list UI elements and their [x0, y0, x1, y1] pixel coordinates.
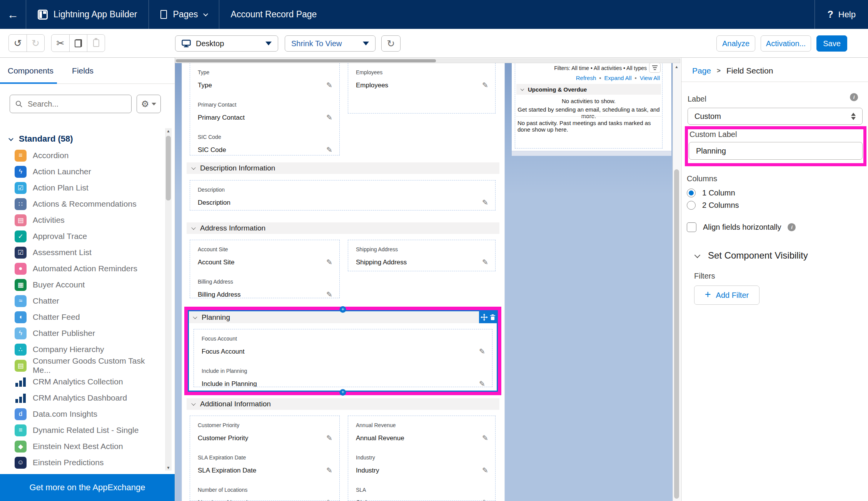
component-list-scrollbar[interactable]: ▲ ▼ [165, 128, 172, 471]
component-item-actions-recommendations[interactable]: ∷Actions & Recommendations [0, 196, 163, 212]
edit-pencil-icon[interactable]: ✎ [482, 258, 488, 267]
component-item-dynamic-related-list-single[interactable]: ≡Dynamic Related List - Single [0, 422, 163, 438]
undo-button[interactable]: ↺ [9, 35, 27, 52]
component-item-crm-analytics-dashboard[interactable]: CRM Analytics Dashboard [0, 390, 163, 406]
component-item-buyer-account[interactable]: ▦Buyer Account [0, 277, 163, 293]
component-item-company-hierarchy[interactable]: ∴Company Hierarchy [0, 341, 163, 357]
component-item-crm-analytics-collection[interactable]: CRM Analytics Collection [0, 374, 163, 390]
custom-label-input[interactable]: Planning [689, 142, 863, 160]
edit-pencil-icon[interactable]: ✎ [479, 347, 485, 356]
standard-section-header[interactable]: Standard (58) [9, 134, 73, 144]
canvas-vertical-scrollbar[interactable]: ▲ [673, 63, 680, 501]
cut-button[interactable]: ✂ [52, 35, 69, 52]
tab-fields[interactable]: Fields [72, 66, 93, 75]
action-plan-list-icon: ☑ [15, 182, 27, 194]
component-item-assessment-list[interactable]: ☑Assessment List [0, 244, 163, 261]
search-input[interactable]: Search... [10, 95, 132, 113]
tab-components[interactable]: Components [8, 66, 53, 75]
section-header-address[interactable]: Address Information [187, 222, 499, 234]
component-item-chatter-publisher[interactable]: ϟChatter Publisher [0, 325, 163, 341]
edit-pencil-icon[interactable]: ✎ [326, 434, 332, 443]
component-item-accordion[interactable]: ≡Accordion [0, 147, 163, 164]
field-row: Type Type ✎ [190, 63, 339, 95]
component-item-activities[interactable]: ▤Activities [0, 212, 163, 228]
activation-button[interactable]: Activation... [761, 35, 811, 52]
component-item-action-plan-list[interactable]: ☑Action Plan List [0, 180, 163, 196]
radio-2-columns[interactable]: 2 Columns [687, 201, 739, 210]
edit-pencil-icon[interactable]: ✎ [326, 145, 332, 154]
save-button[interactable]: Save [816, 35, 847, 52]
pages-menu[interactable]: Pages [149, 0, 219, 29]
field-row: Primary Contact Primary Contact ✎ [190, 95, 339, 128]
app-title-label: Lightning App Builder [53, 9, 137, 20]
upcoming-overdue-header[interactable]: Upcoming & Overdue [516, 84, 661, 95]
edit-pencil-icon[interactable]: ✎ [326, 113, 332, 122]
component-label: Approval Trace [33, 232, 87, 241]
edit-pencil-icon[interactable]: ✎ [326, 81, 332, 90]
scrollbar-thumb[interactable] [176, 59, 436, 62]
component-visibility-header[interactable]: Set Component Visibility [695, 250, 808, 261]
copy-button[interactable] [69, 35, 87, 52]
edit-pencil-icon[interactable]: ✎ [326, 258, 332, 267]
radio-1-column[interactable]: 1 Column [687, 189, 735, 197]
canvas-horizontal-scrollbar[interactable] [175, 58, 680, 63]
insert-point-bottom[interactable]: + [340, 389, 346, 396]
breadcrumb-page-link[interactable]: Page [692, 66, 711, 75]
refresh-link[interactable]: Refresh [576, 75, 596, 81]
component-item-chatter-feed[interactable]: ◖Chatter Feed [0, 309, 163, 325]
field-label: Type [198, 69, 332, 75]
insert-point-top[interactable]: + [340, 306, 346, 313]
component-item-data-com-insights[interactable]: dData.com Insights [0, 406, 163, 422]
record-detail-component[interactable]: Type Type ✎ Primary Contact Primary Cont… [182, 63, 505, 501]
edit-pencil-icon[interactable]: ✎ [482, 198, 488, 207]
align-fields-checkbox[interactable] [687, 222, 696, 232]
component-item-consumer-goods-custom-task-me[interactable]: ▤Consumer Goods Custom Task Me... [0, 357, 163, 374]
appexchange-footer-button[interactable]: Get more on the AppExchange [0, 474, 175, 501]
analyze-button[interactable]: Analyze [716, 35, 755, 52]
help-button[interactable]: ? Help [815, 0, 868, 29]
info-icon[interactable]: i [850, 93, 858, 101]
consumer-goods-custom-task-me-icon: ▤ [15, 360, 27, 372]
trash-icon[interactable] [490, 314, 496, 321]
edit-pencil-icon[interactable]: ✎ [482, 498, 488, 501]
edit-pencil-icon[interactable]: ✎ [326, 466, 332, 475]
component-item-automated-action-reminders[interactable]: ●Automated Action Reminders [0, 261, 163, 277]
edit-pencil-icon[interactable]: ✎ [326, 498, 332, 501]
planning-section-selected[interactable]: Planning Focus Account Focus Account ✎ I… [188, 310, 498, 392]
refresh-button[interactable]: ↻ [381, 35, 401, 52]
custom-label-value: Planning [696, 147, 726, 155]
back-button[interactable]: ← [0, 0, 26, 29]
device-select[interactable]: Desktop [175, 35, 278, 52]
section-header-additional[interactable]: Additional Information [187, 398, 499, 410]
edit-pencil-icon[interactable]: ✎ [482, 466, 488, 475]
edit-pencil-icon[interactable]: ✎ [479, 379, 485, 387]
move-icon[interactable] [481, 314, 488, 321]
view-all-link[interactable]: View All [640, 75, 660, 81]
component-item-einstein-predictions[interactable]: ☺Einstein Predictions [0, 454, 163, 471]
edit-pencil-icon[interactable]: ✎ [482, 81, 488, 90]
settings-gear-button[interactable]: ⚙ [137, 95, 161, 113]
radio-selected-icon [687, 189, 696, 197]
scrollbar-thumb[interactable] [674, 169, 679, 499]
paste-button[interactable] [87, 35, 105, 52]
help-label: Help [838, 10, 856, 20]
component-item-approval-trace[interactable]: ✓Approval Trace [0, 228, 163, 244]
zoom-select[interactable]: Shrink To View [285, 35, 376, 52]
edit-pencil-icon[interactable]: ✎ [482, 434, 488, 443]
field-value: Industry [356, 467, 379, 474]
scrollbar-thumb[interactable] [166, 136, 171, 200]
add-filter-button[interactable]: + Add Filter [694, 286, 760, 305]
component-item-einstein-next-best-action[interactable]: ◆Einstein Next Best Action [0, 438, 163, 454]
activity-timeline-component[interactable]: Filters: All time • All activities • All… [512, 63, 671, 156]
section-header-description[interactable]: Description Information [187, 162, 499, 174]
section-header-planning[interactable]: Planning [189, 311, 497, 323]
component-item-action-launcher[interactable]: ϟAction Launcher [0, 164, 163, 180]
component-item-chatter[interactable]: ≈Chatter [0, 293, 163, 309]
redo-button[interactable]: ↻ [27, 35, 44, 52]
info-icon[interactable]: i [788, 223, 796, 231]
filter-settings-button[interactable] [649, 63, 661, 73]
label-select[interactable]: Custom [688, 108, 863, 125]
edit-pencil-icon[interactable]: ✎ [326, 290, 332, 298]
expand-all-link[interactable]: Expand All [604, 75, 632, 81]
scroll-up-icon: ▲ [165, 129, 172, 133]
